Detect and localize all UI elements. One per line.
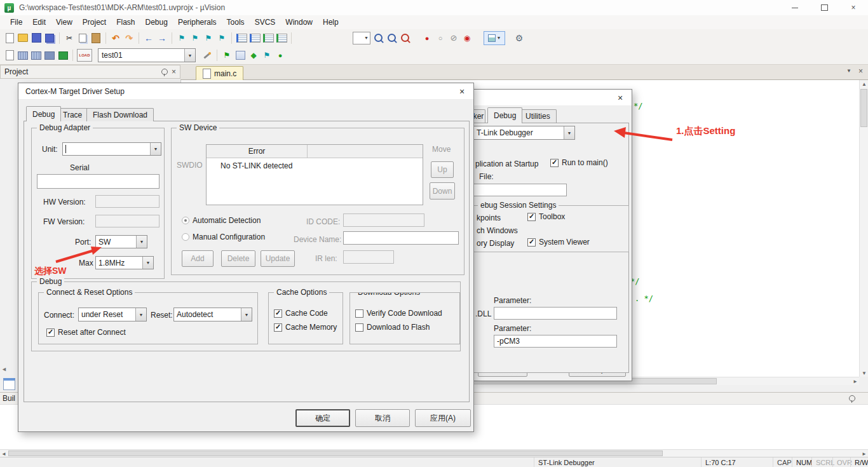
scroll-thumb[interactable]: [8, 450, 663, 456]
build-icon[interactable]: [17, 50, 29, 61]
breakpoint-toggle-icon[interactable]: ●: [421, 32, 433, 44]
tab-utilities[interactable]: Utilities: [519, 109, 557, 123]
open-folder-icon[interactable]: [17, 32, 29, 44]
chevron-down-icon[interactable]: [184, 49, 195, 62]
device-name-field[interactable]: [343, 231, 459, 245]
menu-item-file[interactable]: File: [5, 15, 27, 29]
cut-icon[interactable]: ✂: [64, 32, 75, 44]
chevron-down-icon[interactable]: [564, 126, 574, 139]
tab-main-c[interactable]: main.c: [196, 66, 243, 80]
close-icon[interactable]: ×: [858, 67, 863, 76]
navigate-forward-icon[interactable]: →: [156, 32, 168, 44]
pin-icon[interactable]: [849, 395, 855, 402]
bottom-hscrollbar[interactable]: ◄ ►: [0, 449, 868, 457]
automatic-detection-radio[interactable]: Automatic Detection: [182, 216, 261, 225]
checkbox-icon[interactable]: [527, 213, 536, 221]
breakpoint-clear-all-icon[interactable]: ◉: [461, 32, 473, 44]
scroll-right-icon[interactable]: ►: [851, 377, 859, 386]
manual-configuration-radio[interactable]: Manual Configuration: [182, 233, 265, 241]
toolbox-checkbox[interactable]: Toolbox: [527, 212, 565, 221]
radio-icon[interactable]: [182, 233, 189, 241]
unit-select[interactable]: [62, 142, 161, 156]
manage-items-icon[interactable]: [234, 50, 246, 61]
minimize-icon[interactable]: [780, 0, 810, 15]
max-clock-select[interactable]: 1.8MHz: [95, 256, 154, 269]
load-to-flash-icon[interactable]: LOAD: [77, 49, 92, 62]
close-icon[interactable]: ×: [613, 92, 628, 104]
cancel-button[interactable]: 取消: [355, 409, 410, 427]
cache-code-checkbox[interactable]: Cache Code: [274, 309, 328, 318]
window-layout-select[interactable]: [484, 31, 505, 45]
debugger-select[interactable]: T-Link Debugger: [474, 126, 575, 140]
menu-item-debug[interactable]: Debug: [140, 15, 173, 29]
bookmark-clear-icon[interactable]: ⚑: [216, 32, 227, 44]
incremental-find-icon[interactable]: [399, 32, 410, 44]
target-select[interactable]: test01: [98, 48, 196, 62]
tab-trace[interactable]: Trace: [57, 108, 88, 121]
target-options-icon[interactable]: [201, 50, 213, 61]
delete-button[interactable]: Delete: [221, 250, 255, 267]
checkbox-icon[interactable]: [46, 328, 55, 337]
ok-button[interactable]: 确定: [295, 409, 350, 427]
scroll-down-icon[interactable]: ▼: [860, 369, 868, 377]
tab-flash-download[interactable]: Flash Download: [86, 108, 154, 121]
checkbox-icon[interactable]: [355, 309, 363, 318]
menu-item-help[interactable]: Help: [318, 15, 344, 29]
paste-icon[interactable]: [90, 32, 102, 44]
checkbox-icon[interactable]: [274, 323, 282, 332]
checkbox-icon[interactable]: [527, 238, 536, 247]
breakpoint-kill-icon[interactable]: ⊘: [448, 32, 459, 44]
radio-icon[interactable]: [182, 217, 189, 224]
save-all-icon[interactable]: [44, 32, 55, 44]
move-down-button[interactable]: Down: [430, 182, 455, 200]
reset-select[interactable]: Autodetect: [173, 308, 252, 321]
redo-icon[interactable]: ↷: [123, 32, 135, 44]
menu-item-flash[interactable]: Flash: [111, 15, 140, 29]
breakpoint-disable-icon[interactable]: ○: [435, 32, 446, 44]
parameter-field-1[interactable]: [494, 307, 617, 320]
close-icon[interactable]: ×: [454, 86, 470, 97]
init-file-field[interactable]: [474, 184, 567, 196]
run-to-main-checkbox[interactable]: Run to main(): [550, 158, 608, 167]
editor-vscrollbar[interactable]: ▲ ▼: [859, 80, 868, 377]
update-button[interactable]: Update: [261, 250, 295, 267]
menu-item-window[interactable]: Window: [280, 15, 318, 29]
undo-icon[interactable]: ↶: [110, 32, 121, 44]
bookmark-toggle-icon[interactable]: ⚑: [176, 32, 187, 44]
indent-icon[interactable]: [249, 32, 261, 44]
chevron-down-icon[interactable]: ▼: [846, 68, 851, 74]
pane-tab-icon[interactable]: [3, 378, 15, 390]
menu-item-svcs[interactable]: SVCS: [250, 15, 281, 29]
system-viewer-checkbox[interactable]: System Viewer: [527, 238, 590, 247]
apply-button[interactable]: 应用(A): [415, 409, 471, 427]
save-icon[interactable]: [31, 32, 42, 44]
cache-memory-checkbox[interactable]: Cache Memory: [274, 323, 337, 332]
copy-icon[interactable]: [77, 32, 88, 44]
bookmark-prev-icon[interactable]: ⚑: [189, 32, 201, 44]
rebuild-icon[interactable]: [31, 50, 42, 61]
pin-icon[interactable]: [161, 69, 168, 75]
close-icon[interactable]: ×: [172, 67, 176, 76]
chevron-down-icon[interactable]: [150, 143, 161, 155]
menu-item-tools[interactable]: Tools: [222, 15, 250, 29]
batch-build-icon[interactable]: [44, 50, 55, 61]
menu-item-view[interactable]: View: [51, 15, 78, 29]
uncomment-icon[interactable]: [276, 32, 287, 44]
close-icon[interactable]: ×: [839, 0, 868, 15]
verify-code-download-checkbox[interactable]: Verify Code Download: [355, 309, 442, 318]
move-up-button[interactable]: Up: [431, 161, 454, 178]
pack-installer-icon[interactable]: ●: [275, 50, 286, 61]
scroll-left-icon[interactable]: ◄: [1, 366, 7, 372]
checkbox-icon[interactable]: [355, 323, 363, 332]
chevron-down-icon[interactable]: [136, 236, 147, 248]
runtime-environment-icon[interactable]: ◆: [248, 50, 259, 61]
checkbox-icon[interactable]: [274, 309, 282, 318]
comment-icon[interactable]: [262, 32, 274, 44]
parameter-field-2[interactable]: -pCM3: [494, 335, 617, 348]
connect-select[interactable]: under Reset: [78, 308, 147, 321]
find-combo[interactable]: [353, 32, 370, 44]
serial-field[interactable]: [37, 174, 159, 189]
menu-item-edit[interactable]: Edit: [27, 15, 51, 29]
reset-after-connect-checkbox[interactable]: Reset after Connect: [46, 328, 126, 337]
maximize-icon[interactable]: [810, 0, 839, 15]
